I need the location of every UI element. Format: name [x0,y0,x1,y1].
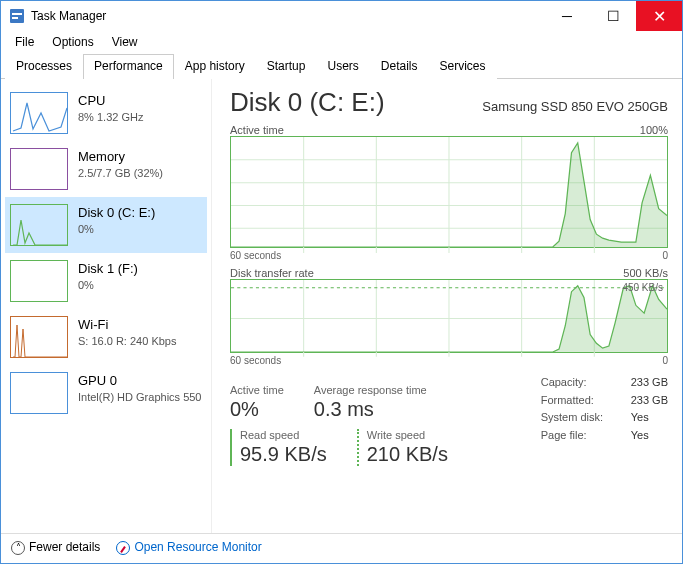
disk1-thumb-icon [10,260,68,302]
sidebar-item-disk0[interactable]: Disk 0 (C: E:)0% [5,197,207,253]
minimize-button[interactable]: ─ [544,1,590,31]
sidebar-item-label: Wi-Fi [78,316,176,334]
close-button[interactable]: ✕ [636,1,682,31]
active-time-chart [230,136,668,248]
tab-services[interactable]: Services [429,54,497,79]
disk-properties: Capacity:233 GB Formatted:233 GB System … [541,374,668,466]
svg-rect-0 [10,9,24,23]
tab-details[interactable]: Details [370,54,429,79]
page-title: Disk 0 (C: E:) [230,87,385,118]
sidebar-item-label: CPU [78,92,143,110]
tab-startup[interactable]: Startup [256,54,317,79]
sidebar-item-label: Disk 1 (F:) [78,260,138,278]
chevron-up-icon: ˄ [11,541,25,555]
wifi-thumb-icon [10,316,68,358]
sidebar-item-label: GPU 0 [78,372,202,390]
tab-processes[interactable]: Processes [5,54,83,79]
active-time-value: 0% [230,398,284,421]
cpu-thumb-icon [10,92,68,134]
svg-rect-2 [12,17,18,19]
disk-model: Samsung SSD 850 EVO 250GB [482,99,668,114]
main-pane: Disk 0 (C: E:) Samsung SSD 850 EVO 250GB… [211,79,682,533]
sidebar-item-disk1[interactable]: Disk 1 (F:)0% [5,253,207,309]
tab-users[interactable]: Users [316,54,369,79]
chart2-dashed-label: 450 KB/s [622,282,663,293]
sidebar-item-sub: 2.5/7.7 GB (32%) [78,166,163,181]
gpu0-thumb-icon [10,372,68,414]
fewer-details-button[interactable]: ˄Fewer details [11,540,100,555]
sidebar-item-label: Memory [78,148,163,166]
open-resource-monitor-link[interactable]: Open Resource Monitor [116,540,261,555]
sidebar-item-sub: S: 16.0 R: 240 Kbps [78,334,176,349]
formatted-value: 233 GB [631,392,668,410]
avg-response-value: 0.3 ms [314,398,427,421]
window-title: Task Manager [31,9,544,23]
chart1-label: Active time [230,124,284,136]
sidebar-item-cpu[interactable]: CPU8% 1.32 GHz [5,85,207,141]
titlebar: Task Manager ─ ☐ ✕ [1,1,682,31]
sidebar: CPU8% 1.32 GHz Memory2.5/7.7 GB (32%) Di… [1,79,211,533]
write-speed-value: 210 KB/s [367,443,448,466]
read-speed-label: Read speed [240,429,327,441]
chart1-max: 100% [640,124,668,136]
maximize-button[interactable]: ☐ [590,1,636,31]
sidebar-item-gpu0[interactable]: GPU 0Intel(R) HD Graphics 550 [5,365,207,421]
sidebar-item-memory[interactable]: Memory2.5/7.7 GB (32%) [5,141,207,197]
menubar: File Options View [1,31,682,53]
chart2-max: 500 KB/s [623,267,668,279]
write-speed-label: Write speed [367,429,448,441]
tabs: Processes Performance App history Startu… [1,53,682,79]
chart2-label: Disk transfer rate [230,267,314,279]
memory-thumb-icon [10,148,68,190]
active-time-label: Active time [230,384,284,396]
read-speed-value: 95.9 KB/s [240,443,327,466]
disk0-thumb-icon [10,204,68,246]
svg-rect-1 [12,13,22,15]
resource-monitor-icon [116,541,130,555]
tab-app-history[interactable]: App history [174,54,256,79]
sidebar-item-sub: 8% 1.32 GHz [78,110,143,125]
menu-view[interactable]: View [104,33,146,51]
menu-options[interactable]: Options [44,33,101,51]
sidebar-item-sub: 0% [78,222,155,237]
avg-response-label: Average response time [314,384,427,396]
sidebar-item-label: Disk 0 (C: E:) [78,204,155,222]
pagefile-value: Yes [631,427,649,445]
menu-file[interactable]: File [7,33,42,51]
sidebar-item-sub: 0% [78,278,138,293]
sysdisk-value: Yes [631,409,649,427]
app-icon [9,8,25,24]
capacity-value: 233 GB [631,374,668,392]
tab-performance[interactable]: Performance [83,54,174,79]
sidebar-item-wifi[interactable]: Wi-FiS: 16.0 R: 240 Kbps [5,309,207,365]
transfer-rate-chart: 450 KB/s [230,279,668,353]
sidebar-item-sub: Intel(R) HD Graphics 550 [78,390,202,405]
bottom-bar: ˄Fewer details Open Resource Monitor [1,533,682,561]
